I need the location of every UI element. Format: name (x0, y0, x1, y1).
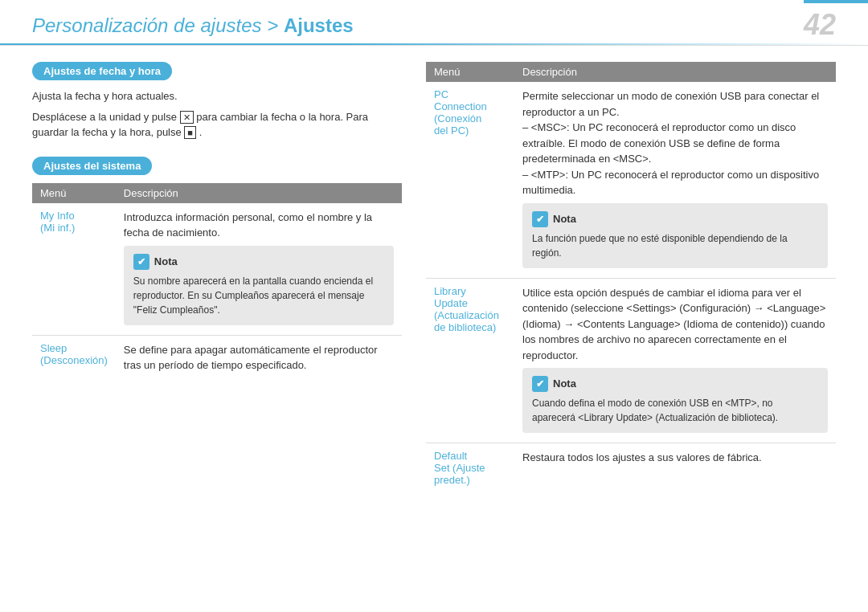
desc2-text3: . (199, 126, 203, 138)
nota-box-library: ✔ Nota Cuando defina el modo de conexión… (522, 368, 828, 433)
myinfo-pre-text: Introduzca información personal, como el… (124, 211, 372, 239)
section-sistema: Ajustes del sistema Menú Descripción My … (32, 157, 402, 380)
right-main-table: Menú Descripción PCConnection(Conexiónde… (426, 62, 836, 492)
section1-desc1: Ajusta la fecha y hora actuales. (32, 88, 402, 104)
nota-title-myinfo: Nota (154, 254, 178, 270)
page-number: 42 (804, 8, 836, 42)
pc-connection-desc: Permite seleccionar un modo de conexión … (514, 82, 836, 278)
myinfo-label: My Info(Mi inf.) (32, 203, 116, 336)
title-separator: > (262, 14, 284, 36)
library-desc-text: Utilice esta opción después de cambiar e… (522, 287, 825, 361)
left-column: Ajustes de fecha y hora Ajusta la fecha … (32, 62, 402, 492)
page-header: Personalización de ajustes > Ajustes 42 (0, 0, 868, 46)
pc-desc-text: Permite seleccionar un modo de conexión … (522, 90, 819, 196)
col-desc-right: Descripción (514, 62, 836, 82)
title-italic: Personalización de ajustes (32, 14, 262, 36)
sistema-table: Menú Descripción My Info(Mi inf.) Introd… (32, 183, 402, 380)
sleep-label: Sleep(Desconexión) (32, 335, 116, 380)
myinfo-desc: Introduzca información personal, como el… (116, 203, 402, 336)
table-row: PCConnection(Conexióndel PC) Permite sel… (426, 82, 836, 278)
title-plain: Ajustes (284, 14, 354, 36)
nota-title-library: Nota (553, 376, 576, 392)
nota-box-pc: ✔ Nota La función puede que no esté disp… (522, 203, 828, 268)
right-column: Menú Descripción PCConnection(Conexiónde… (426, 62, 836, 492)
pc-connection-label: PCConnection(Conexióndel PC) (426, 82, 514, 278)
table-row: My Info(Mi inf.) Introduzca información … (32, 203, 402, 336)
col-menu-right: Menú (426, 62, 514, 82)
section1-header: Ajustes de fecha y hora (32, 62, 172, 80)
nota-icon-library: ✔ (532, 376, 548, 392)
nota-text-myinfo: Su nombre aparecerá en la pantalla cuand… (133, 274, 384, 317)
nota-icon-myinfo: ✔ (133, 254, 149, 270)
table-row: LibraryUpdate(Actualizaciónde biblioteca… (426, 278, 836, 443)
nota-text-library: Cuando defina el modo de conexión USB en… (532, 396, 818, 425)
col-desc-left: Descripción (116, 183, 402, 203)
col-menu-left: Menú (32, 183, 116, 203)
library-update-desc: Utilice esta opción después de cambiar e… (514, 278, 836, 443)
default-set-label: DefaultSet (Ajustepredet.) (426, 443, 514, 493)
table-row: DefaultSet (Ajustepredet.) Restaura todo… (426, 443, 836, 493)
nota-header-myinfo: ✔ Nota (133, 254, 384, 270)
section-fecha-hora: Ajustes de fecha y hora Ajusta la fecha … (32, 62, 402, 141)
main-content: Ajustes de fecha y hora Ajusta la fecha … (0, 62, 868, 492)
table-row: Sleep(Desconexión) Se define para apagar… (32, 335, 402, 380)
nota-title-pc: Nota (553, 211, 576, 227)
confirm-icon: ■ (184, 126, 196, 139)
nota-box-myinfo: ✔ Nota Su nombre aparecerá en la pantall… (124, 246, 394, 325)
nota-header-library: ✔ Nota (532, 376, 818, 392)
nota-icon-pc: ✔ (532, 211, 548, 227)
nota-header-pc: ✔ Nota (532, 211, 818, 227)
default-set-desc: Restaura todos los ajustes a sus valores… (514, 443, 836, 493)
section2-header: Ajustes del sistema (32, 157, 152, 175)
nav-icon: ✕ (180, 111, 194, 124)
section1-desc2: Desplácese a la unidad y pulse ✕ para ca… (32, 109, 402, 141)
nota-text-pc: La función puede que no esté disponible … (532, 231, 818, 260)
page-title: Personalización de ajustes > Ajustes (32, 14, 354, 36)
library-update-label: LibraryUpdate(Actualizaciónde biblioteca… (426, 278, 514, 443)
sleep-desc: Se define para apagar automáticamente el… (116, 335, 402, 380)
desc2-text1: Desplácese a la unidad y pulse (32, 111, 180, 123)
